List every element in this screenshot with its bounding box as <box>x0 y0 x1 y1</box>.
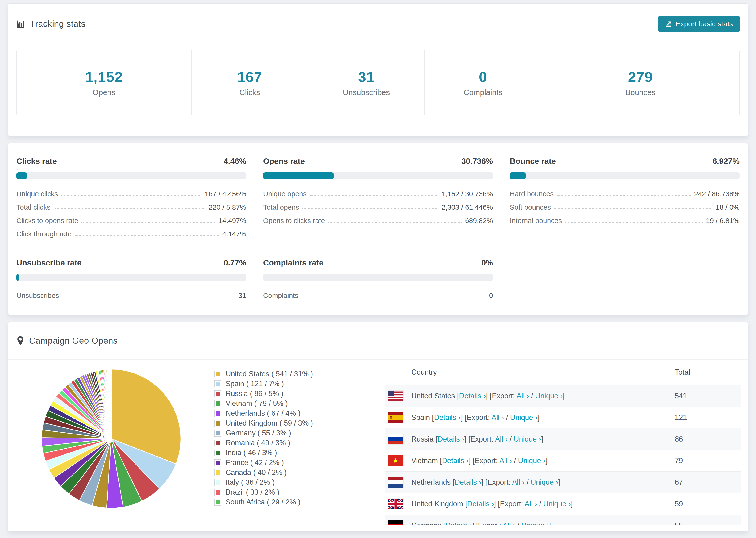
country-total: 67 <box>675 478 736 487</box>
country-column-header: Country <box>411 368 675 377</box>
progress-track <box>263 172 493 179</box>
rate-rows: Complaints0 <box>263 286 493 299</box>
legend-swatch <box>215 499 221 506</box>
export-button-label: Export basic stats <box>676 20 733 28</box>
country-total: 79 <box>675 457 736 465</box>
export-all-link[interactable]: All › <box>491 413 504 422</box>
metric-row: Unique opens1,152 / 30.736% <box>263 185 493 198</box>
legend-item: Russia ( 86 / 5% ) <box>215 389 362 399</box>
geo-table-body: United States [Details ›] [Export: All ›… <box>385 385 740 525</box>
slash: / <box>504 413 510 422</box>
bracket: ] <box>571 500 573 508</box>
export-all-link[interactable]: All › <box>516 392 529 400</box>
legend-label: France ( 42 / 2% ) <box>226 458 284 467</box>
rate-title: Bounce rate <box>510 157 556 166</box>
legend-swatch <box>215 430 221 436</box>
metric-row: Total opens2,303 / 61.446% <box>263 198 493 211</box>
rate-head: Complaints rate0% <box>263 258 493 267</box>
metric-row: Click through rate4.147% <box>17 225 246 238</box>
tracking-stats-header: Tracking stats Export basic stats <box>8 4 748 44</box>
export-basic-stats-button[interactable]: Export basic stats <box>658 16 739 32</box>
stat-value: 0 <box>479 69 487 85</box>
legend-swatch <box>215 391 221 397</box>
metric-label: Unsubscribes <box>17 292 59 299</box>
metric-label: Hard bounces <box>510 190 554 198</box>
progress-track <box>17 172 246 179</box>
metric-value: 242 / 86.738% <box>694 190 740 198</box>
country-cell: United States [Details ›] [Export: All ›… <box>411 392 675 400</box>
legend-item: Germany ( 55 / 3% ) <box>215 428 362 438</box>
bracket: ] [Export: <box>486 392 516 400</box>
metric-value: 2,303 / 61.446% <box>442 203 493 211</box>
legend-label: Brazil ( 33 / 2% ) <box>226 488 279 497</box>
export-unique-link[interactable]: Unique › <box>521 521 549 525</box>
details-link[interactable]: Details › <box>455 478 481 486</box>
country-total: 86 <box>675 435 736 443</box>
country-name: Russia <box>411 435 434 443</box>
stats-strip: 1,152Opens167Clicks31Unsubscribes0Compla… <box>17 50 739 115</box>
export-unique-link[interactable]: Unique › <box>518 457 545 465</box>
bracket: ] [Export: <box>481 478 512 486</box>
progress-fill <box>17 172 27 179</box>
bracket: ] [Export: <box>460 413 491 422</box>
dotted-leader <box>554 208 712 209</box>
rate-rows: Unique clicks167 / 4.456%Total clicks220… <box>17 185 246 238</box>
export-all-link[interactable]: All › <box>499 457 512 465</box>
metric-value: 220 / 5.87% <box>209 203 246 211</box>
metric-label: Unique opens <box>263 190 307 198</box>
geo-table-row: Spain [Details ›] [Export: All › / Uniqu… <box>385 406 740 428</box>
pie-slice-other[interactable] <box>111 369 111 439</box>
export-all-link[interactable]: All › <box>503 521 515 525</box>
details-link[interactable]: Details › <box>438 435 464 443</box>
bracket: [ <box>434 435 438 443</box>
bracket: ] [Export: <box>469 457 499 465</box>
ru-flag-icon <box>388 434 404 444</box>
tracking-stats-title: Tracking stats <box>30 19 85 29</box>
stat-label: Clicks <box>240 88 260 97</box>
dotted-leader <box>63 297 235 297</box>
vn-flag-icon <box>388 456 404 466</box>
export-unique-link[interactable]: Unique › <box>543 500 571 508</box>
progress-track <box>510 172 739 179</box>
legend-label: Netherlands ( 67 / 4% ) <box>226 409 300 418</box>
legend-item: Netherlands ( 67 / 4% ) <box>215 408 362 418</box>
campaign-geo-opens-card: Campaign Geo Opens United States ( 541 /… <box>8 322 748 531</box>
bracket: ] <box>563 392 565 400</box>
export-unique-link[interactable]: Unique › <box>535 392 563 400</box>
geo-table: Country Total United States [Details ›] … <box>385 360 740 525</box>
details-link[interactable]: Details › <box>445 521 472 525</box>
legend-item: United States ( 541 / 31% ) <box>215 369 362 379</box>
export-all-link[interactable]: All › <box>495 435 508 443</box>
bracket: ] <box>549 521 551 525</box>
export-unique-link[interactable]: Unique › <box>510 413 537 422</box>
export-unique-link[interactable]: Unique › <box>514 435 541 443</box>
metric-value: 689.82% <box>465 217 493 225</box>
export-unique-link[interactable]: Unique › <box>531 478 558 486</box>
stat-value: 279 <box>628 69 653 85</box>
dotted-leader <box>61 195 201 196</box>
metric-value: 167 / 4.456% <box>205 190 246 198</box>
export-icon <box>665 20 673 28</box>
export-all-link[interactable]: All › <box>524 500 537 508</box>
legend-swatch <box>215 459 221 466</box>
country-name: Spain <box>411 413 430 422</box>
bracket: ] <box>558 478 560 486</box>
legend-swatch <box>215 450 221 456</box>
legend-item: Italy ( 36 / 2% ) <box>215 477 362 487</box>
details-link[interactable]: Details › <box>459 392 486 400</box>
rate-value: 0.77% <box>224 258 246 267</box>
country-name: Vietnam <box>411 457 438 465</box>
export-all-link[interactable]: All › <box>512 478 524 486</box>
legend-label: Vietnam ( 79 / 5% ) <box>226 399 288 408</box>
rate-head: Unsubscribe rate0.77% <box>17 258 246 267</box>
details-link[interactable]: Details › <box>467 500 494 508</box>
legend-label: Italy ( 36 / 2% ) <box>226 478 274 487</box>
country-cell: Spain [Details ›] [Export: All › / Uniqu… <box>411 413 675 422</box>
metric-row: Complaints0 <box>263 286 493 299</box>
country-name: Netherlands <box>411 478 451 486</box>
details-link[interactable]: Details › <box>434 413 461 422</box>
bracket: ] [Export: <box>464 435 495 443</box>
stat-cell-clicks: 167Clicks <box>191 50 308 115</box>
bracket: [ <box>438 457 442 465</box>
details-link[interactable]: Details › <box>442 457 469 465</box>
